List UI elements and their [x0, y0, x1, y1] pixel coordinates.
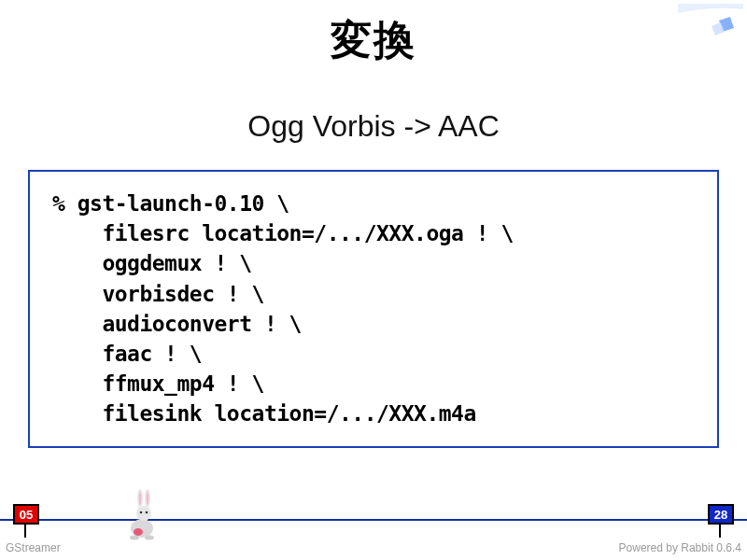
slide-subtitle: Ogg Vorbis -> AAC [0, 109, 747, 144]
code-block: % gst-launch-0.10 \ filesrc location=/..… [28, 170, 719, 448]
rabbit-icon [121, 485, 168, 541]
svg-point-10 [134, 528, 143, 536]
code-content: % gst-launch-0.10 \ filesrc location=/..… [52, 189, 704, 429]
footer-left: GStreamer [6, 541, 61, 554]
svg-point-6 [139, 492, 142, 505]
progress-line [0, 519, 747, 521]
corner-decoration-icon [678, 4, 743, 41]
svg-point-8 [140, 511, 143, 514]
progress-total-flag: 28 [708, 504, 734, 525]
slide: 変換 Ogg Vorbis -> AAC % gst-launch-0.10 \… [0, 0, 747, 560]
progress-current-flag: 05 [13, 504, 39, 525]
svg-point-2 [131, 519, 153, 538]
svg-point-9 [146, 511, 148, 514]
progress-current: 05 [20, 508, 33, 522]
svg-point-11 [130, 536, 139, 540]
svg-point-7 [147, 492, 149, 505]
svg-point-12 [145, 536, 154, 540]
progress-total: 28 [714, 508, 727, 522]
footer-right: Powered by Rabbit 0.6.4 [619, 541, 741, 554]
slide-title: 変換 [0, 0, 747, 68]
svg-point-3 [136, 506, 151, 521]
